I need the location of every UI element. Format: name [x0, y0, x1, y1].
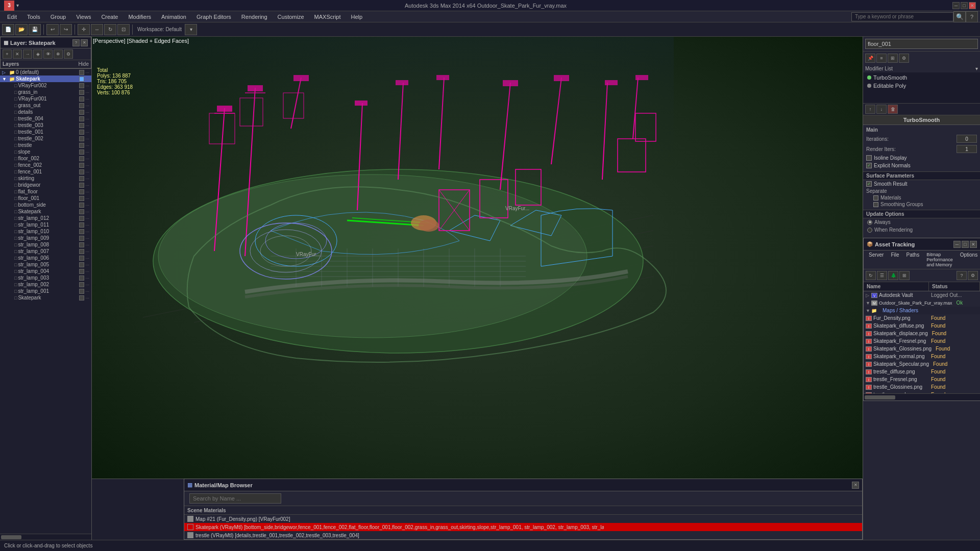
- pin-stack-button[interactable]: 📌: [865, 54, 875, 63]
- layer-row[interactable]: □grass_in···: [0, 89, 91, 95]
- layers-help-button[interactable]: ?: [72, 39, 80, 46]
- maximize-button[interactable]: □: [961, 2, 968, 9]
- new-button[interactable]: 📄: [2, 24, 14, 35]
- layer-visibility-checkbox[interactable]: [79, 236, 84, 241]
- layer-row[interactable]: □fence_001···: [0, 168, 91, 175]
- layer-visibility-checkbox[interactable]: [79, 143, 84, 148]
- menu-item-rendering[interactable]: Rendering: [236, 13, 273, 21]
- at-row[interactable]: ISkatepark_Fresnel.png Found: [864, 337, 980, 345]
- at-row[interactable]: Itrestle_Fresnel.png Found: [864, 375, 980, 383]
- material-item[interactable]: trestle (VRayMtl) [details,trestle_001,t…: [184, 531, 862, 539]
- material-search-input[interactable]: [189, 493, 281, 504]
- layer-visibility-checkbox[interactable]: [79, 116, 84, 121]
- menu-item-maxscript[interactable]: MAXScript: [309, 13, 346, 21]
- at-menu-file[interactable]: File: [888, 252, 902, 268]
- at-refresh-button[interactable]: ↻: [866, 271, 876, 280]
- layer-visibility-checkbox[interactable]: [79, 156, 84, 161]
- layer-row[interactable]: □str_lamp_002···: [0, 281, 91, 288]
- layer-row[interactable]: □trestle_001···: [0, 129, 91, 135]
- menu-item-graph-editors[interactable]: Graph Editors: [191, 13, 236, 21]
- layer-row[interactable]: □fence_002···: [0, 162, 91, 168]
- layer-row[interactable]: □str_lamp_001···: [0, 288, 91, 294]
- at-row[interactable]: Itrestle_diffuse.png Found: [864, 368, 980, 375]
- layer-row[interactable]: □trestle···: [0, 142, 91, 148]
- layer-props-button[interactable]: ⚙: [64, 49, 73, 59]
- always-radio[interactable]: [867, 220, 872, 225]
- layer-row[interactable]: □skirting···: [0, 175, 91, 182]
- layer-visibility-checkbox[interactable]: [79, 289, 84, 294]
- layers-scrollbar[interactable]: [0, 534, 91, 540]
- search-icon[interactable]: 🔍: [953, 11, 966, 22]
- menu-item-edit[interactable]: Edit: [2, 13, 22, 21]
- layer-row[interactable]: □bridgewor···: [0, 182, 91, 188]
- layer-visibility-checkbox[interactable]: [79, 189, 84, 194]
- layer-visibility-checkbox[interactable]: [79, 183, 84, 188]
- delete-modifier-button[interactable]: 🗑: [888, 105, 898, 114]
- close-button[interactable]: ✕: [969, 2, 976, 9]
- layer-visibility-checkbox[interactable]: [79, 96, 84, 102]
- layer-visibility-checkbox[interactable]: [79, 229, 84, 234]
- at-close-button[interactable]: ✕: [970, 241, 977, 248]
- layer-visibility-checkbox[interactable]: [79, 276, 84, 281]
- minimize-button[interactable]: ─: [952, 2, 960, 9]
- layer-row[interactable]: □str_lamp_009···: [0, 235, 91, 241]
- menu-item-customize[interactable]: Customize: [273, 13, 309, 21]
- layer-visibility-checkbox[interactable]: [79, 242, 84, 247]
- layer-row[interactable]: □flat_floor···: [0, 188, 91, 195]
- app-menu-icon[interactable]: ▾: [16, 3, 19, 8]
- search-input[interactable]: [851, 12, 953, 21]
- layer-sel-layer-button[interactable]: ◈: [33, 49, 42, 59]
- material-item-selected[interactable]: Skatepark (VRayMtl) [bottom_side,bridgew…: [184, 523, 862, 531]
- layer-visibility-checkbox[interactable]: [79, 196, 84, 201]
- layer-row[interactable]: □str_lamp_011···: [0, 221, 91, 228]
- layer-row[interactable]: □floor_002···: [0, 155, 91, 162]
- at-menu-options[interactable]: Options: [957, 252, 980, 268]
- save-button[interactable]: 💾: [29, 24, 41, 35]
- layer-row[interactable]: □VRayFur002···: [0, 82, 91, 89]
- menu-item-views[interactable]: Views: [71, 13, 96, 21]
- show-all-button[interactable]: ≡: [876, 54, 887, 63]
- layer-visibility-checkbox[interactable]: [79, 130, 84, 135]
- layer-row[interactable]: ▷ 📁 0 (default) ···: [0, 69, 91, 76]
- layer-visibility-checkbox[interactable]: [79, 269, 84, 274]
- layer-add-sel-button[interactable]: →: [23, 49, 32, 59]
- viewport-3d[interactable]: VRayFur... VRayFur...: [92, 37, 863, 479]
- modifier-item-turbosm[interactable]: TurboSmooth: [864, 73, 979, 82]
- modifier-item-editpoly[interactable]: Editable Poly: [864, 82, 979, 90]
- layer-visibility-checkbox[interactable]: [79, 176, 84, 181]
- scale-button[interactable]: ⊡: [117, 24, 130, 35]
- move-button[interactable]: ↔: [91, 24, 103, 35]
- layer-row[interactable]: □str_lamp_007···: [0, 248, 91, 255]
- layer-visibility-checkbox[interactable]: [79, 295, 84, 300]
- at-row[interactable]: ▷ V Autodesk Vault Logged Out...: [864, 291, 980, 299]
- layer-freeze-button[interactable]: ❄: [54, 49, 63, 59]
- layer-visibility-checkbox[interactable]: [79, 216, 84, 221]
- layer-row[interactable]: □trestle_004···: [0, 115, 91, 122]
- mat-browser-close-button[interactable]: ✕: [852, 482, 859, 489]
- at-row[interactable]: IFur_Density.png Found: [864, 314, 980, 322]
- menu-item-modifiers[interactable]: Modifiers: [123, 13, 156, 21]
- move-modifier-down-button[interactable]: ↓: [876, 105, 887, 114]
- layer-row[interactable]: □details···: [0, 109, 91, 115]
- at-menu-paths[interactable]: Paths: [903, 252, 923, 268]
- layer-row[interactable]: □floor_001···: [0, 195, 91, 202]
- layer-visibility-checkbox[interactable]: [79, 70, 84, 75]
- layer-row[interactable]: □str_lamp_004···: [0, 268, 91, 274]
- menu-item-help[interactable]: Help: [346, 13, 368, 21]
- layer-visibility-checkbox[interactable]: [79, 123, 84, 128]
- layer-hide-button[interactable]: 👁: [43, 49, 53, 59]
- layer-visibility-checkbox[interactable]: [79, 203, 84, 208]
- iterations-input[interactable]: [957, 135, 977, 143]
- at-maximize-button[interactable]: □: [962, 241, 969, 248]
- layer-row[interactable]: □trestle_003···: [0, 122, 91, 129]
- at-row[interactable]: ISkatepark_displace.png Found: [864, 330, 980, 337]
- layer-row[interactable]: □str_lamp_008···: [0, 241, 91, 248]
- layer-row[interactable]: □str_lamp_006···: [0, 255, 91, 261]
- smoothing-groups-checkbox[interactable]: [873, 202, 878, 207]
- by-materials-checkbox[interactable]: [873, 195, 878, 201]
- layer-row[interactable]: □Skatepark···: [0, 208, 91, 215]
- layer-visibility-checkbox[interactable]: [79, 149, 84, 155]
- layer-visibility-checkbox[interactable]: [79, 83, 84, 88]
- menu-item-group[interactable]: Group: [45, 13, 71, 21]
- menu-item-tools[interactable]: Tools: [22, 13, 45, 21]
